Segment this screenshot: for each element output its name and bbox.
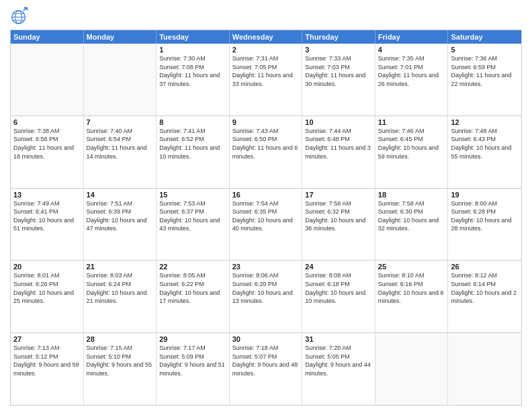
day-number: 26 bbox=[451, 263, 519, 271]
weekday-header-sunday: Sunday bbox=[11, 30, 84, 44]
day-cell-28: 28Sunrise: 7:15 AMSunset: 5:10 PMDayligh… bbox=[84, 333, 157, 405]
day-cell-23: 23Sunrise: 8:06 AMSunset: 6:20 PMDayligh… bbox=[230, 261, 303, 332]
day-cell-30: 30Sunrise: 7:18 AMSunset: 5:07 PMDayligh… bbox=[230, 333, 303, 405]
day-number: 27 bbox=[13, 335, 81, 343]
day-info: Sunrise: 7:38 AMSunset: 6:56 PMDaylight:… bbox=[13, 127, 81, 161]
day-info: Sunrise: 7:43 AMSunset: 6:50 PMDaylight:… bbox=[232, 127, 300, 161]
day-number: 14 bbox=[87, 191, 154, 199]
day-cell-7: 7Sunrise: 7:40 AMSunset: 6:54 PMDaylight… bbox=[84, 116, 157, 188]
day-cell-19: 19Sunrise: 8:00 AMSunset: 6:28 PMDayligh… bbox=[448, 189, 521, 261]
empty-cell bbox=[84, 44, 157, 116]
empty-cell bbox=[375, 333, 449, 405]
day-number: 2 bbox=[232, 46, 300, 54]
day-info: Sunrise: 7:30 AMSunset: 7:08 PMDaylight:… bbox=[159, 54, 226, 88]
day-cell-16: 16Sunrise: 7:54 AMSunset: 6:35 PMDayligh… bbox=[230, 189, 303, 261]
page: SundayMondayTuesdayWednesdayThursdayFrid… bbox=[0, 0, 532, 411]
day-cell-13: 13Sunrise: 7:49 AMSunset: 6:41 PMDayligh… bbox=[11, 189, 84, 261]
day-cell-22: 22Sunrise: 8:05 AMSunset: 6:22 PMDayligh… bbox=[157, 261, 230, 332]
weekday-header-tuesday: Tuesday bbox=[157, 30, 230, 44]
day-info: Sunrise: 7:36 AMSunset: 6:59 PMDaylight:… bbox=[451, 54, 519, 88]
day-cell-9: 9Sunrise: 7:43 AMSunset: 6:50 PMDaylight… bbox=[230, 116, 303, 188]
day-number: 20 bbox=[13, 263, 81, 271]
day-cell-27: 27Sunrise: 7:13 AMSunset: 5:12 PMDayligh… bbox=[11, 333, 84, 405]
day-number: 5 bbox=[451, 46, 519, 54]
empty-cell bbox=[11, 44, 84, 116]
day-info: Sunrise: 7:54 AMSunset: 6:35 PMDaylight:… bbox=[232, 199, 300, 233]
weekday-header-monday: Monday bbox=[84, 30, 157, 44]
day-info: Sunrise: 7:15 AMSunset: 5:10 PMDaylight:… bbox=[87, 344, 154, 377]
day-cell-14: 14Sunrise: 7:51 AMSunset: 6:39 PMDayligh… bbox=[84, 189, 157, 261]
day-info: Sunrise: 7:17 AMSunset: 5:09 PMDaylight:… bbox=[159, 344, 226, 377]
day-number: 1 bbox=[159, 46, 226, 54]
day-number: 9 bbox=[232, 118, 300, 126]
day-info: Sunrise: 8:10 AMSunset: 6:16 PMDaylight:… bbox=[378, 271, 445, 305]
day-cell-6: 6Sunrise: 7:38 AMSunset: 6:56 PMDaylight… bbox=[11, 116, 84, 188]
day-info: Sunrise: 7:46 AMSunset: 6:45 PMDaylight:… bbox=[378, 127, 445, 161]
day-info: Sunrise: 8:06 AMSunset: 6:20 PMDaylight:… bbox=[232, 271, 300, 305]
day-cell-29: 29Sunrise: 7:17 AMSunset: 5:09 PMDayligh… bbox=[157, 333, 230, 405]
day-info: Sunrise: 8:12 AMSunset: 6:14 PMDaylight:… bbox=[451, 271, 519, 305]
day-info: Sunrise: 7:13 AMSunset: 5:12 PMDaylight:… bbox=[13, 344, 81, 377]
day-info: Sunrise: 8:01 AMSunset: 6:26 PMDaylight:… bbox=[13, 271, 81, 305]
weekday-header-wednesday: Wednesday bbox=[230, 30, 303, 44]
day-number: 10 bbox=[305, 118, 372, 126]
day-cell-11: 11Sunrise: 7:46 AMSunset: 6:45 PMDayligh… bbox=[375, 116, 449, 188]
day-number: 16 bbox=[232, 191, 300, 199]
calendar-week-4: 20Sunrise: 8:01 AMSunset: 6:26 PMDayligh… bbox=[11, 260, 521, 332]
day-number: 30 bbox=[232, 335, 300, 343]
day-info: Sunrise: 7:40 AMSunset: 6:54 PMDaylight:… bbox=[87, 127, 154, 161]
day-info: Sunrise: 7:18 AMSunset: 5:07 PMDaylight:… bbox=[232, 344, 300, 377]
day-number: 31 bbox=[305, 335, 372, 343]
day-number: 18 bbox=[378, 191, 445, 199]
weekday-header-saturday: Saturday bbox=[448, 30, 521, 44]
calendar: SundayMondayTuesdayWednesdayThursdayFrid… bbox=[10, 30, 522, 406]
calendar-week-3: 13Sunrise: 7:49 AMSunset: 6:41 PMDayligh… bbox=[11, 188, 521, 261]
day-info: Sunrise: 7:31 AMSunset: 7:05 PMDaylight:… bbox=[232, 54, 300, 88]
logo-icon bbox=[10, 7, 29, 26]
day-number: 19 bbox=[451, 191, 519, 199]
day-cell-3: 3Sunrise: 7:33 AMSunset: 7:03 PMDaylight… bbox=[302, 44, 375, 116]
day-number: 15 bbox=[159, 191, 226, 199]
calendar-header: SundayMondayTuesdayWednesdayThursdayFrid… bbox=[11, 30, 521, 44]
day-number: 6 bbox=[13, 118, 81, 126]
day-number: 11 bbox=[378, 118, 445, 126]
day-info: Sunrise: 7:56 AMSunset: 6:32 PMDaylight:… bbox=[305, 199, 372, 233]
day-info: Sunrise: 7:33 AMSunset: 7:03 PMDaylight:… bbox=[305, 54, 372, 88]
day-number: 25 bbox=[378, 263, 445, 271]
day-cell-21: 21Sunrise: 8:03 AMSunset: 6:24 PMDayligh… bbox=[84, 261, 157, 332]
day-number: 21 bbox=[87, 263, 154, 271]
day-cell-15: 15Sunrise: 7:53 AMSunset: 6:37 PMDayligh… bbox=[157, 189, 230, 261]
day-info: Sunrise: 8:00 AMSunset: 6:28 PMDaylight:… bbox=[451, 199, 519, 233]
day-cell-12: 12Sunrise: 7:48 AMSunset: 6:43 PMDayligh… bbox=[448, 116, 521, 188]
weekday-header-thursday: Thursday bbox=[302, 30, 375, 44]
day-cell-2: 2Sunrise: 7:31 AMSunset: 7:05 PMDaylight… bbox=[230, 44, 303, 116]
weekday-header-friday: Friday bbox=[375, 30, 449, 44]
calendar-body: 1Sunrise: 7:30 AMSunset: 7:08 PMDaylight… bbox=[11, 44, 521, 405]
day-info: Sunrise: 7:35 AMSunset: 7:01 PMDaylight:… bbox=[378, 54, 445, 88]
day-cell-26: 26Sunrise: 8:12 AMSunset: 6:14 PMDayligh… bbox=[448, 261, 521, 332]
day-number: 17 bbox=[305, 191, 372, 199]
day-info: Sunrise: 8:03 AMSunset: 6:24 PMDaylight:… bbox=[87, 271, 154, 305]
day-cell-18: 18Sunrise: 7:58 AMSunset: 6:30 PMDayligh… bbox=[375, 189, 449, 261]
day-info: Sunrise: 7:51 AMSunset: 6:39 PMDaylight:… bbox=[87, 199, 154, 233]
day-number: 23 bbox=[232, 263, 300, 271]
day-info: Sunrise: 7:44 AMSunset: 6:48 PMDaylight:… bbox=[305, 127, 372, 161]
day-number: 24 bbox=[305, 263, 372, 271]
day-number: 8 bbox=[159, 118, 226, 126]
day-cell-8: 8Sunrise: 7:41 AMSunset: 6:52 PMDaylight… bbox=[157, 116, 230, 188]
header bbox=[10, 7, 522, 26]
day-number: 3 bbox=[305, 46, 372, 54]
calendar-week-2: 6Sunrise: 7:38 AMSunset: 6:56 PMDaylight… bbox=[11, 116, 521, 188]
day-number: 28 bbox=[87, 335, 154, 343]
day-cell-10: 10Sunrise: 7:44 AMSunset: 6:48 PMDayligh… bbox=[302, 116, 375, 188]
empty-cell bbox=[448, 333, 521, 405]
logo bbox=[10, 7, 32, 26]
day-cell-25: 25Sunrise: 8:10 AMSunset: 6:16 PMDayligh… bbox=[375, 261, 449, 332]
day-number: 4 bbox=[378, 46, 445, 54]
calendar-week-5: 27Sunrise: 7:13 AMSunset: 5:12 PMDayligh… bbox=[11, 332, 521, 405]
day-info: Sunrise: 7:20 AMSunset: 5:05 PMDaylight:… bbox=[305, 344, 372, 377]
day-cell-24: 24Sunrise: 8:08 AMSunset: 6:18 PMDayligh… bbox=[302, 261, 375, 332]
day-number: 12 bbox=[451, 118, 519, 126]
day-info: Sunrise: 8:08 AMSunset: 6:18 PMDaylight:… bbox=[305, 271, 372, 305]
day-cell-4: 4Sunrise: 7:35 AMSunset: 7:01 PMDaylight… bbox=[375, 44, 449, 116]
